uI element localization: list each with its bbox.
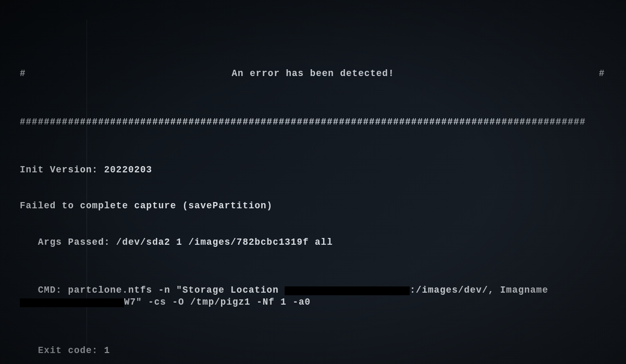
terminal-screen: # An error has been detected! # ########…	[20, 20, 606, 344]
cmd-part-a: CMD: partclone.ntfs -n "Storage Location	[20, 285, 285, 295]
divider-top: ########################################…	[20, 116, 606, 128]
cmd-part-c: W7" -cs -O /tmp/pigz1 -Nf 1 -a0	[124, 297, 311, 307]
exit-code-line: Exit code: 1	[20, 345, 606, 357]
border-hash-left: #	[20, 68, 27, 80]
cmd-part-b: :/images/dev/, Imagname	[410, 285, 554, 295]
cmd-line: CMD: partclone.ntfs -n "Storage Location…	[20, 284, 606, 308]
redaction-imagename-host	[20, 298, 124, 308]
failed-line: Failed to complete capture (savePartitio…	[20, 200, 606, 212]
error-title: An error has been detected!	[27, 68, 599, 80]
init-version-line: Init Version: 20220203	[20, 164, 606, 176]
title-row: # An error has been detected! #	[20, 68, 606, 80]
redaction-storage-location	[285, 286, 410, 296]
border-hash-right: #	[599, 68, 606, 80]
args-passed-line: Args Passed: /dev/sda2 1 /images/782bcbc…	[20, 236, 606, 248]
